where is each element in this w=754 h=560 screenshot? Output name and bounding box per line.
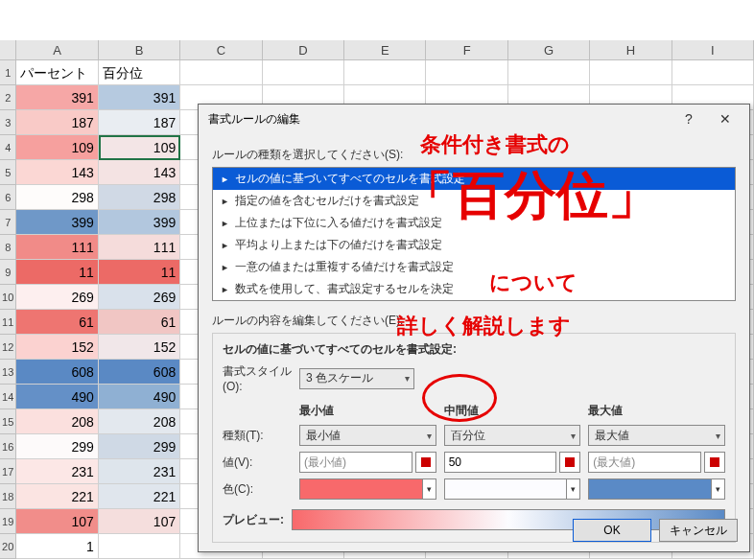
row-header[interactable]: 4: [0, 135, 16, 160]
range-picker-icon[interactable]: [415, 452, 436, 473]
column-header[interactable]: A: [16, 40, 98, 59]
cell[interactable]: 111: [99, 235, 180, 260]
row-header[interactable]: 10: [0, 285, 16, 310]
row-header[interactable]: 11: [0, 310, 16, 335]
cell[interactable]: [263, 60, 344, 85]
row-header[interactable]: 13: [0, 360, 16, 385]
cell[interactable]: [180, 60, 262, 85]
range-picker-icon[interactable]: [704, 452, 725, 473]
rule-type-list[interactable]: ►セルの値に基づいてすべてのセルを書式設定►指定の値を含むセルだけを書式設定►上…: [212, 167, 736, 301]
color-max-select[interactable]: ▾: [588, 478, 725, 500]
row-header[interactable]: 3: [0, 110, 16, 135]
row-header[interactable]: 16: [0, 434, 16, 459]
type-min-select[interactable]: 最小値▾: [299, 425, 436, 446]
cell[interactable]: 107: [16, 509, 98, 534]
cell[interactable]: 百分位: [99, 60, 180, 85]
cell[interactable]: 221: [99, 484, 180, 509]
rule-type-item[interactable]: ►指定の値を含むセルだけを書式設定: [213, 190, 735, 212]
cell[interactable]: 187: [99, 110, 180, 135]
row-header[interactable]: 19: [0, 509, 16, 534]
cell[interactable]: 399: [16, 210, 98, 235]
column-header[interactable]: C: [180, 40, 262, 59]
rule-type-item[interactable]: ►数式を使用して、書式設定するセルを決定: [213, 278, 735, 300]
row-header[interactable]: 8: [0, 235, 16, 260]
type-max-select[interactable]: 最大値▾: [588, 425, 725, 446]
cell[interactable]: 61: [99, 310, 180, 335]
close-button[interactable]: ✕: [707, 106, 743, 131]
help-button[interactable]: ?: [671, 106, 707, 131]
column-header[interactable]: H: [590, 40, 672, 59]
column-header[interactable]: E: [344, 40, 426, 59]
cell[interactable]: 399: [99, 210, 180, 235]
cancel-button[interactable]: キャンセル: [659, 519, 738, 542]
value-mid-input[interactable]: 50: [444, 452, 557, 473]
cell[interactable]: 299: [16, 434, 98, 459]
row-header[interactable]: 15: [0, 409, 16, 434]
cell[interactable]: 11: [16, 260, 98, 285]
cell[interactable]: 269: [16, 285, 98, 310]
value-max-input[interactable]: (最大値): [588, 452, 701, 473]
cell[interactable]: 269: [99, 285, 180, 310]
row-header[interactable]: 9: [0, 260, 16, 285]
cell[interactable]: 490: [16, 385, 98, 409]
row-header[interactable]: 5: [0, 160, 16, 185]
row-header[interactable]: 12: [0, 335, 16, 360]
cell[interactable]: 221: [16, 484, 98, 509]
column-header[interactable]: F: [426, 40, 507, 59]
rule-type-item[interactable]: ►セルの値に基づいてすべてのセルを書式設定: [213, 168, 735, 190]
select-all-corner[interactable]: [0, 40, 16, 59]
cell[interactable]: 143: [99, 160, 180, 185]
cell[interactable]: 111: [16, 235, 98, 260]
cell[interactable]: 152: [99, 335, 180, 360]
cell[interactable]: 298: [16, 185, 98, 210]
cell[interactable]: [344, 60, 426, 85]
cell[interactable]: 152: [16, 335, 98, 360]
cell[interactable]: [672, 60, 754, 85]
cell[interactable]: 208: [16, 409, 98, 434]
cell[interactable]: 109: [16, 135, 98, 160]
cell[interactable]: パーセント: [16, 60, 98, 85]
cell[interactable]: 109: [99, 135, 180, 160]
cell[interactable]: 143: [16, 160, 98, 185]
cell[interactable]: 208: [99, 409, 180, 434]
dialog-titlebar[interactable]: 書式ルールの編集 ? ✕: [199, 105, 749, 133]
row-header[interactable]: 7: [0, 210, 16, 235]
cell[interactable]: 391: [16, 85, 98, 110]
cell[interactable]: 608: [16, 360, 98, 385]
rule-type-item[interactable]: ►一意の値または重複する値だけを書式設定: [213, 256, 735, 278]
row-header[interactable]: 1: [0, 60, 16, 85]
cell[interactable]: [426, 60, 507, 85]
ok-button[interactable]: OK: [573, 519, 651, 542]
cell[interactable]: 11: [99, 260, 180, 285]
style-select[interactable]: 3 色スケール ▾: [299, 368, 414, 389]
color-mid-select[interactable]: ▾: [444, 478, 581, 500]
range-picker-icon[interactable]: [559, 452, 580, 473]
cell[interactable]: 1: [16, 534, 98, 559]
cell[interactable]: 231: [99, 459, 180, 484]
cell[interactable]: 608: [99, 360, 180, 385]
column-header[interactable]: D: [263, 40, 344, 59]
cell[interactable]: [590, 60, 672, 85]
column-header[interactable]: G: [508, 40, 590, 59]
row-header[interactable]: 17: [0, 459, 16, 484]
type-mid-select[interactable]: 百分位▾: [444, 425, 581, 446]
row-header[interactable]: 20: [0, 534, 16, 559]
column-header[interactable]: B: [99, 40, 180, 59]
cell[interactable]: 187: [16, 110, 98, 135]
color-min-select[interactable]: ▾: [299, 478, 436, 500]
row-header[interactable]: 14: [0, 385, 16, 409]
cell[interactable]: 490: [99, 385, 180, 409]
cell[interactable]: 231: [16, 459, 98, 484]
column-header[interactable]: I: [672, 40, 754, 59]
cell[interactable]: [99, 534, 180, 559]
value-min-input[interactable]: (最小値): [299, 452, 412, 473]
row-header[interactable]: 18: [0, 484, 16, 509]
cell[interactable]: 107: [99, 509, 180, 534]
cell[interactable]: 61: [16, 310, 98, 335]
row-header[interactable]: 2: [0, 85, 16, 110]
cell[interactable]: 298: [99, 185, 180, 210]
cell[interactable]: 391: [99, 85, 180, 110]
cell[interactable]: [508, 60, 590, 85]
rule-type-item[interactable]: ►平均より上または下の値だけを書式設定: [213, 234, 735, 256]
cell[interactable]: 299: [99, 434, 180, 459]
